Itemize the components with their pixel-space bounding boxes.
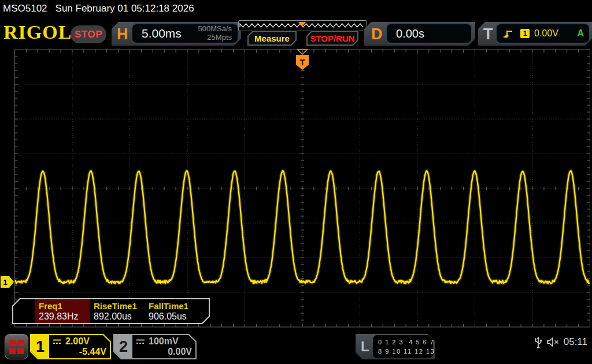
channel-1-block[interactable]: 1 2.00V -5.44V [30, 334, 111, 359]
stop-run-button[interactable]: STOP/RUN [306, 31, 358, 46]
trigger-position-marker[interactable]: T [296, 50, 309, 70]
channel-1-scale: 2.00V [65, 336, 90, 347]
logic-channels-block[interactable]: L 0 1 2 3 4 5 6 7 8 9 10 11 12 13 14 15 [356, 334, 435, 359]
scope-header-bar: RIGOL STOP H 5.00ms 500MSa/s 25Mpts Meas… [0, 17, 592, 47]
timebase-value: 5.00ms [142, 27, 182, 40]
os-title-bar: MSO5102 Sun February 01 05:12:18 2026 [0, 0, 592, 17]
measurement-label: RiseTime1 [94, 301, 145, 311]
memory-overview-zigzag [239, 21, 365, 29]
delay-settings-block[interactable]: D 0.00s [364, 22, 475, 46]
svg-text:1: 1 [3, 278, 7, 287]
channel-2-scale: 100mV [149, 336, 179, 347]
graticule [15, 50, 590, 327]
channel-1-offset-marker[interactable]: 1 [1, 276, 14, 288]
measurement-label: FallTime1 [149, 301, 199, 311]
dc-coupling-icon [53, 339, 62, 345]
channel-1-offset: -5.44V [53, 347, 106, 357]
system-datetime: Sun February 01 05:12:18 2026 [56, 3, 194, 14]
status-tray: 05:11 [534, 335, 587, 349]
measurement-value: 906.05us [149, 311, 199, 322]
sample-rate: 500MSa/s [198, 24, 232, 33]
memory-depth: 25Mpts [207, 33, 232, 42]
measurement-label: Freq1 [39, 301, 90, 311]
channel-2-offset: 0.00V [136, 347, 192, 357]
horizontal-settings-block[interactable]: H 5.00ms 500MSa/s 25Mpts [112, 22, 241, 46]
measure-button-label: Measure [249, 32, 295, 44]
rigol-logo: RIGOL [3, 21, 72, 43]
measurement-falltime1[interactable]: FallTime1 906.05us [145, 299, 199, 323]
measure-button[interactable]: Measure [247, 31, 297, 46]
horizontal-label: H [117, 25, 128, 43]
usb-icon [534, 335, 542, 349]
measurement-freq1[interactable]: Freq1 239.83Hz [35, 299, 90, 323]
channel-2-block[interactable]: 2 100mV 0.00V [113, 334, 197, 359]
trigger-settings-block[interactable]: T 1 0.00V A [478, 22, 592, 46]
channel-menu-button[interactable] [5, 334, 28, 359]
red-grid-icon [9, 340, 24, 354]
acquisition-info: 500MSa/s 25Mpts [198, 25, 232, 42]
model-name: MSO5102 [3, 3, 47, 14]
measurement-value: 239.83Hz [39, 311, 90, 322]
measurement-risetime1[interactable]: RiseTime1 892.00us [90, 299, 145, 323]
measurement-value: 892.00us [94, 311, 145, 322]
channel-status-bar: 1 2.00V -5.44V 2 100mV 0.00V [0, 329, 592, 364]
trigger-slope-rising-icon [502, 28, 514, 39]
trigger-source-badge: 1 [520, 29, 530, 38]
delay-value: 0.00s [396, 27, 424, 40]
logic-channel-list: 0 1 2 3 4 5 6 7 8 9 10 11 12 13 14 15 [373, 335, 433, 358]
clock-time: 05:11 [564, 336, 587, 348]
logic-row-0-7: 0 1 2 3 4 5 6 7 [378, 337, 433, 347]
logic-row-8-15: 8 9 10 11 12 13 14 15 [378, 347, 433, 356]
measurement-results-panel[interactable]: Freq1 239.83Hz RiseTime1 892.00us FallTi… [12, 298, 210, 324]
stop-run-button-label: STOP/RUN [308, 32, 357, 44]
trigger-level-value: 0.00V [534, 28, 558, 39]
memory-overview-bar[interactable] [238, 20, 367, 31]
trigger-mode-auto: A [577, 28, 584, 39]
run-status-badge[interactable]: STOP [71, 25, 106, 43]
svg-text:T: T [299, 57, 305, 67]
trigger-label: T [483, 25, 493, 43]
dc-coupling-icon [136, 339, 145, 345]
logic-label: L [361, 339, 369, 355]
delay-label: D [371, 25, 383, 43]
speaker-muted-icon [546, 337, 560, 347]
